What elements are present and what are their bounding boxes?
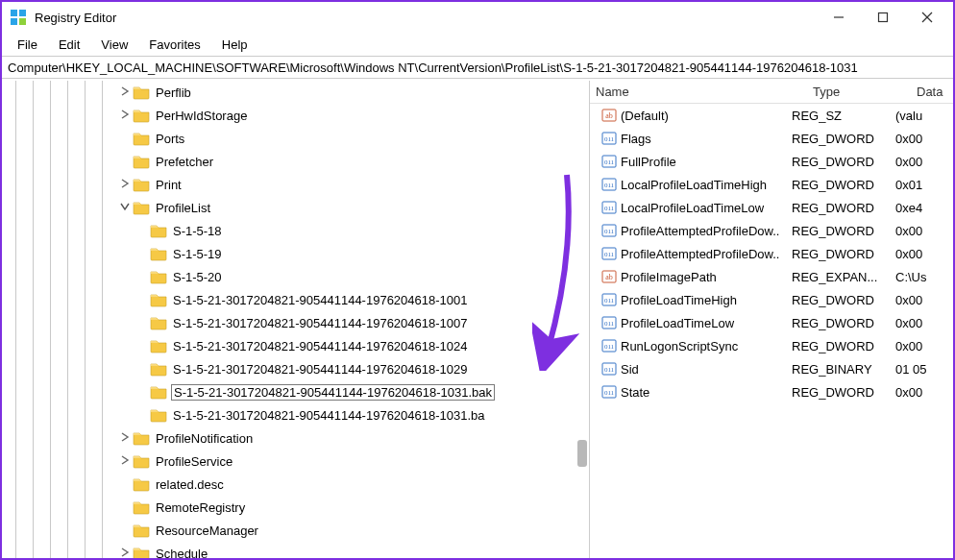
value-type: REG_EXPAN... xyxy=(786,270,890,284)
value-type: REG_DWORD xyxy=(786,201,890,215)
menu-favorites[interactable]: Favorites xyxy=(139,36,209,54)
tree-item[interactable]: ProfileList xyxy=(2,196,589,219)
value-row[interactable]: ab(Default)REG_SZ(valu xyxy=(590,104,953,127)
folder-icon xyxy=(133,453,150,469)
menu-file[interactable]: File xyxy=(8,36,47,54)
value-name: ab(Default) xyxy=(590,108,786,123)
binary-value-icon: 011 xyxy=(601,200,617,215)
tree-item[interactable]: S-1-5-21-3017204821-905441144-1976204618… xyxy=(2,334,589,357)
value-name: 011ProfileLoadTimeLow xyxy=(590,315,786,330)
value-row[interactable]: 011ProfileAttemptedProfileDow..REG_DWORD… xyxy=(590,219,953,242)
tree-item[interactable]: ProfileNotification xyxy=(2,426,589,450)
menu-edit[interactable]: Edit xyxy=(49,36,89,54)
value-type: REG_SZ xyxy=(786,109,890,123)
folder-icon xyxy=(150,223,167,238)
value-type: REG_DWORD xyxy=(786,178,890,192)
tree-item-label: Ports xyxy=(154,132,186,146)
tree-item[interactable]: RemoteRegistry xyxy=(2,496,589,519)
tree-item[interactable]: Perflib xyxy=(2,81,589,104)
tree-scrollbar-thumb[interactable] xyxy=(577,440,587,467)
tree-item[interactable]: S-1-5-21-3017204821-905441144-1976204618… xyxy=(2,288,589,311)
menu-view[interactable]: View xyxy=(91,36,137,54)
value-row[interactable]: 011LocalProfileLoadTimeLowREG_DWORD0xe4 xyxy=(590,196,953,219)
tree-item[interactable]: S-1-5-21-3017204821-905441144-1976204618… xyxy=(2,357,589,380)
column-header-type[interactable]: Type xyxy=(807,83,911,101)
tree-item[interactable]: S-1-5-21-3017204821-905441144-1976204618… xyxy=(2,403,589,426)
value-type: REG_DWORD xyxy=(786,316,890,330)
value-type: REG_DWORD xyxy=(786,224,890,238)
tree-item[interactable]: S-1-5-20 xyxy=(2,265,589,288)
value-data: (valu xyxy=(890,109,953,123)
column-header-name[interactable]: Name xyxy=(590,83,807,101)
tree-item[interactable]: Ports xyxy=(2,127,589,150)
value-row[interactable]: 011ProfileAttemptedProfileDow..REG_DWORD… xyxy=(590,242,953,265)
tree-item[interactable]: ProfileService xyxy=(2,450,589,473)
folder-icon xyxy=(133,131,150,146)
tree-item[interactable]: ResourceManager xyxy=(2,519,589,542)
tree: PerflibPerHwIdStoragePortsPrefetcherPrin… xyxy=(2,81,589,558)
column-header-data[interactable]: Data xyxy=(911,83,953,101)
tree-item[interactable]: PerHwIdStorage xyxy=(2,104,589,127)
svg-rect-0 xyxy=(11,10,17,16)
menu-help[interactable]: Help xyxy=(212,36,257,54)
value-data: 0x00 xyxy=(890,224,953,238)
value-type: REG_DWORD xyxy=(786,385,890,400)
tree-item-label: ProfileList xyxy=(154,201,212,215)
folder-icon xyxy=(150,407,167,423)
svg-rect-1 xyxy=(19,10,26,16)
value-row[interactable]: 011RunLogonScriptSyncREG_DWORD0x00 xyxy=(590,334,953,357)
value-row[interactable]: 011ProfileLoadTimeLowREG_DWORD0x00 xyxy=(590,311,953,334)
close-button[interactable] xyxy=(905,3,949,32)
tree-item-label: S-1-5-21-3017204821-905441144-1976204618… xyxy=(171,316,469,330)
tree-item[interactable]: S-1-5-21-3017204821-905441144-1976204618… xyxy=(2,311,589,334)
binary-value-icon: 011 xyxy=(601,154,617,169)
value-row[interactable]: 011StateREG_DWORD0x00 xyxy=(590,380,953,403)
value-type: REG_DWORD xyxy=(786,247,890,261)
chevron-right-icon[interactable] xyxy=(117,548,133,558)
maximize-button[interactable] xyxy=(861,3,905,32)
tree-item[interactable]: S-1-5-18 xyxy=(2,219,589,242)
value-row[interactable]: 011LocalProfileLoadTimeHighREG_DWORD0x01 xyxy=(590,173,953,196)
values-header: Name Type Data xyxy=(590,81,953,104)
minimize-button[interactable] xyxy=(817,3,861,32)
values-pane[interactable]: Name Type Data ab(Default)REG_SZ(valu011… xyxy=(590,81,953,558)
tree-item[interactable]: Schedule xyxy=(2,542,589,558)
folder-icon xyxy=(150,269,167,284)
chevron-right-icon[interactable] xyxy=(117,179,133,190)
address-bar[interactable]: Computer\HKEY_LOCAL_MACHINE\SOFTWARE\Mic… xyxy=(2,56,953,79)
tree-item-label: Prefetcher xyxy=(154,155,215,169)
chevron-right-icon[interactable] xyxy=(117,455,133,467)
chevron-right-icon[interactable] xyxy=(117,86,133,98)
folder-icon xyxy=(133,523,150,538)
svg-text:ab: ab xyxy=(605,111,613,120)
value-row[interactable]: 011FlagsREG_DWORD0x00 xyxy=(590,127,953,150)
tree-item[interactable]: Prefetcher xyxy=(2,150,589,173)
tree-item[interactable]: S-1-5-19 xyxy=(2,242,589,265)
folder-icon xyxy=(133,430,150,446)
folder-icon xyxy=(133,85,150,100)
svg-text:011: 011 xyxy=(604,205,615,212)
svg-text:011: 011 xyxy=(604,389,615,397)
value-row[interactable]: 011SidREG_BINARY01 05 xyxy=(590,357,953,380)
value-row[interactable]: abProfileImagePathREG_EXPAN...C:\Us xyxy=(590,265,953,288)
window-title: Registry Editor xyxy=(35,11,817,25)
tree-item-label: Perflib xyxy=(154,85,193,100)
value-type: REG_DWORD xyxy=(786,293,890,307)
chevron-right-icon[interactable] xyxy=(117,110,133,121)
tree-pane[interactable]: PerflibPerHwIdStoragePortsPrefetcherPrin… xyxy=(2,81,590,558)
binary-value-icon: 011 xyxy=(601,338,617,353)
tree-item-label[interactable]: S-1-5-21-3017204821-905441144-1976204618… xyxy=(171,384,495,401)
tree-item[interactable]: S-1-5-21-3017204821-905441144-1976204618… xyxy=(2,380,589,403)
value-data: 0x00 xyxy=(890,293,953,307)
tree-item-label: S-1-5-20 xyxy=(171,270,224,284)
value-row[interactable]: 011FullProfileREG_DWORD0x00 xyxy=(590,150,953,173)
tree-item[interactable]: Print xyxy=(2,173,589,196)
value-name: 011Flags xyxy=(590,131,786,146)
value-row[interactable]: 011ProfileLoadTimeHighREG_DWORD0x00 xyxy=(590,288,953,311)
folder-icon xyxy=(150,315,167,330)
tree-item[interactable]: related.desc xyxy=(2,473,589,496)
tree-item-label: ProfileService xyxy=(154,454,234,469)
chevron-down-icon[interactable] xyxy=(117,202,133,213)
values-body: ab(Default)REG_SZ(valu011FlagsREG_DWORD0… xyxy=(590,104,953,403)
chevron-right-icon[interactable] xyxy=(117,432,133,444)
